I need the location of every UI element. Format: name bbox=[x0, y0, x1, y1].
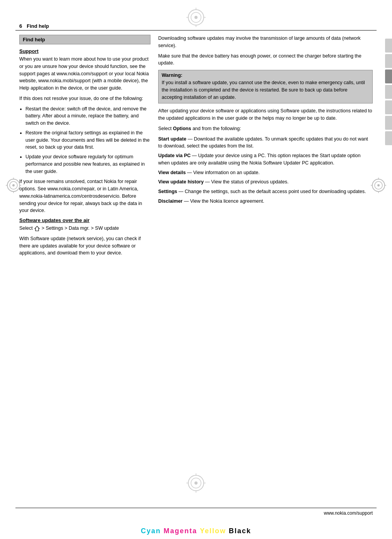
bullet-1: Restart the device: switch off the devic… bbox=[25, 105, 150, 127]
option-item-3: View update history — View the status of… bbox=[158, 178, 373, 186]
find-help-heading: Find help bbox=[19, 35, 150, 44]
side-tab-5 bbox=[385, 100, 392, 114]
support-para2: If this does not resolve your issue, do … bbox=[19, 95, 150, 102]
bottom-rule bbox=[15, 508, 377, 508]
software-updates-nav: Select > Settings > Data mgr. > SW updat… bbox=[19, 225, 150, 232]
color-black: Black bbox=[229, 527, 251, 535]
side-tab-1 bbox=[385, 39, 392, 53]
page-number: 6 bbox=[19, 23, 22, 29]
option-item-5: Disclaimer — View the Nokia licence agre… bbox=[158, 198, 373, 205]
right-para1: Downloading software updates may involve… bbox=[158, 35, 373, 49]
nav-prefix: Select bbox=[19, 225, 33, 231]
side-tab-7 bbox=[385, 131, 392, 145]
side-tab-2 bbox=[385, 54, 392, 68]
color-yellow: Yellow bbox=[200, 527, 226, 535]
software-updates-para1: With Software update (network service), … bbox=[19, 235, 150, 257]
top-rule bbox=[15, 30, 377, 31]
side-tab-6 bbox=[385, 116, 392, 130]
color-magenta: Magenta bbox=[164, 527, 197, 535]
left-column: Find help Support When you want to learn… bbox=[19, 35, 150, 500]
support-heading: Support bbox=[19, 48, 150, 54]
side-tab-3 bbox=[385, 69, 392, 83]
option-item-4: Settings — Change the settings, such as … bbox=[158, 188, 373, 195]
svg-marker-21 bbox=[35, 226, 39, 231]
side-tab-4 bbox=[385, 85, 392, 99]
circle-left-decoration bbox=[6, 178, 21, 193]
color-bar: Cyan Magenta Yellow Black bbox=[141, 527, 251, 535]
support-para1: When you want to learn more about how to… bbox=[19, 56, 150, 92]
side-tabs bbox=[385, 39, 392, 145]
svg-point-2 bbox=[194, 16, 198, 19]
software-updates-heading: Software updates over the air bbox=[19, 217, 150, 223]
page-header: 6 Find help bbox=[19, 23, 373, 29]
right-para3: After updating your device software or a… bbox=[158, 107, 373, 122]
option-item-2: View details — View information on an up… bbox=[158, 169, 373, 176]
warning-title: Warning: bbox=[162, 73, 369, 78]
right-para4: Select Options and from the following: bbox=[158, 125, 373, 132]
home-icon bbox=[34, 225, 41, 231]
svg-point-16 bbox=[377, 184, 380, 186]
page-container: 6 Find help Find help Support When you w… bbox=[0, 0, 392, 539]
right-para2: Make sure that the device battery has en… bbox=[158, 53, 373, 67]
right-column: Downloading software updates may involve… bbox=[158, 35, 373, 500]
warning-text: If you install a software update, you ca… bbox=[162, 79, 369, 101]
bullet-2: Restore the original factory settings as… bbox=[25, 129, 150, 151]
page-title-header: Find help bbox=[27, 23, 49, 29]
footer-url: www.nokia.com/support bbox=[324, 510, 373, 516]
nav-middle: > Settings > Data mgr. > SW update bbox=[42, 225, 119, 231]
support-para3: If your issue remains unsolved, contact … bbox=[19, 178, 150, 214]
warning-box: Warning: If you install a software updat… bbox=[158, 70, 373, 103]
option-item-0: Start update — Download the available up… bbox=[158, 136, 373, 150]
support-bullets: Restart the device: switch off the devic… bbox=[25, 105, 150, 175]
options-list: Start update — Download the available up… bbox=[158, 136, 373, 205]
svg-point-9 bbox=[12, 184, 15, 186]
circle-bottom-decoration bbox=[186, 473, 206, 493]
bullet-3: Update your device software regularly fo… bbox=[25, 153, 150, 175]
option-item-1: Update via PC — Update your device using… bbox=[158, 152, 373, 167]
content-area: Find help Support When you want to learn… bbox=[19, 35, 373, 500]
svg-point-24 bbox=[194, 481, 198, 485]
circle-right-decoration bbox=[371, 178, 386, 193]
color-cyan: Cyan bbox=[141, 527, 161, 535]
